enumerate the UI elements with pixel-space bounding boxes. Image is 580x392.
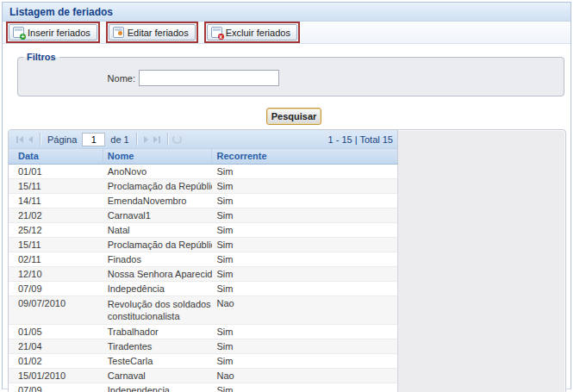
cell-recorrente: Sim [212, 179, 397, 193]
pager-separator [167, 133, 168, 146]
table-row[interactable]: 21/04 Tiradentes Sim [9, 339, 397, 354]
table-row[interactable]: 25/12 Natal Sim [9, 223, 397, 238]
table-row[interactable]: 15/11 Proclamação da República Sim [9, 179, 397, 194]
table-row[interactable]: 14/11 EmendaNovembro Sim [9, 194, 397, 208]
cell-data: 01/02 [9, 354, 103, 368]
next-page-icon [144, 136, 148, 143]
table-row[interactable]: 01/02 TesteCarla Sim [9, 354, 397, 369]
first-page-button[interactable] [14, 134, 26, 145]
cell-recorrente: Sim [212, 325, 397, 339]
page-number-input[interactable] [82, 133, 105, 146]
cell-recorrente: Sim [212, 267, 397, 281]
search-row: Pesquisar [3, 108, 571, 126]
table-row[interactable]: 15/11 Proclamação da República Sim [9, 238, 397, 252]
last-page-button[interactable] [151, 134, 163, 145]
table-row[interactable]: 07/09 Indepedência Sim [9, 282, 397, 296]
table-row[interactable]: 12/10 Nossa Senhora Aparecida Sim [9, 267, 397, 282]
cell-data: 01/05 [9, 325, 103, 339]
last-page-icon [153, 136, 158, 143]
search-button[interactable]: Pesquisar [266, 108, 321, 125]
cell-data: 15/01/2010 [9, 369, 103, 383]
cell-nome: Tiradentes [103, 339, 213, 353]
delete-holidays-label: Excluir feriados [226, 28, 290, 38]
column-header-recorrente[interactable]: Recorrente [212, 149, 397, 164]
cell-recorrente: Nao [212, 296, 397, 324]
edit-holidays-label: Editar feriados [128, 28, 189, 38]
table-row[interactable]: 07/09 Independencia Sim [9, 383, 397, 392]
cell-recorrente: Sim [212, 238, 397, 252]
cell-data: 02/11 [9, 252, 103, 266]
cell-nome: Independencia [103, 383, 213, 392]
cell-data: 25/12 [9, 223, 103, 237]
cell-data: 12/10 [9, 267, 103, 281]
record-range-info: 1 - 15 | Total 15 [328, 134, 393, 145]
page-title: Listagem de feriados [3, 3, 571, 22]
page-label: Página [47, 134, 77, 145]
pager-separator [40, 133, 41, 146]
cell-nome: Trabalhador [103, 325, 213, 339]
annotation-box-insert: + Inserir feriados [6, 22, 100, 43]
cell-nome: Proclamação da República [103, 179, 213, 193]
cell-nome: Nossa Senhora Aparecida [103, 267, 213, 281]
cell-recorrente: Sim [212, 208, 397, 222]
holidays-grid: Página de 1 1 - 15 | Total 15 Data Nome … [8, 129, 566, 392]
delete-form-icon: x [211, 27, 222, 38]
insert-holidays-button[interactable]: + Inserir feriados [9, 24, 97, 40]
page-count-label: de 1 [110, 134, 128, 145]
name-input[interactable] [139, 70, 279, 86]
cell-nome: Indepedência [103, 282, 213, 296]
table-row[interactable]: 15/01/2010 Carnaval Nao [9, 369, 397, 383]
cell-recorrente: Sim [212, 252, 397, 266]
insert-form-icon: + [13, 27, 24, 38]
cell-data: 15/11 [9, 238, 103, 252]
insert-holidays-label: Inserir feriados [28, 28, 90, 38]
cell-data: 14/11 [9, 194, 103, 208]
cell-nome: Revolução dos soldados constitucionalist… [103, 296, 213, 324]
table-row[interactable]: 02/11 Finados Sim [9, 252, 397, 267]
cell-recorrente: Sim [212, 282, 397, 296]
table-row[interactable]: 21/02 Carnaval1 Sim [9, 208, 397, 223]
toolbar: + Inserir feriados Editar feriados x Exc… [3, 22, 571, 44]
cell-data: 09/07/2010 [9, 296, 103, 324]
table-row[interactable]: 09/07/2010 Revolução dos soldados consti… [9, 296, 397, 325]
grid-header-row: Data Nome Recorrente [9, 149, 398, 165]
cell-nome: Carnaval1 [103, 208, 213, 222]
cell-nome: Proclamação da República [103, 238, 213, 252]
cell-recorrente: Sim [212, 383, 397, 392]
pager-separator [136, 133, 137, 146]
table-row[interactable]: 01/01 AnoNovo Sim [9, 165, 397, 179]
column-header-nome[interactable]: Nome [103, 149, 213, 164]
filters-legend: Filtros [23, 52, 59, 62]
cell-data: 15/11 [9, 179, 103, 193]
prev-page-button[interactable] [26, 134, 35, 145]
holidays-panel: Listagem de feriados + Inserir feriados … [2, 2, 571, 389]
next-page-button[interactable] [141, 134, 151, 145]
filters-fieldset: Filtros Nome: [17, 52, 564, 96]
edit-holidays-button[interactable]: Editar feriados [109, 24, 196, 40]
cell-nome: Natal [103, 223, 213, 237]
prev-page-icon [28, 136, 33, 143]
delete-holidays-button[interactable]: x Excluir feriados [207, 24, 297, 40]
grid-body: 01/01 AnoNovo Sim 15/11 Proclamação da R… [9, 165, 398, 392]
cell-data: 21/04 [9, 339, 103, 353]
cell-data: 01/01 [9, 165, 103, 178]
first-page-icon [19, 136, 23, 143]
cell-nome: Finados [103, 252, 213, 266]
cell-nome: AnoNovo [103, 165, 213, 178]
edit-form-icon [113, 27, 124, 38]
grid-pager: Página de 1 1 - 15 | Total 15 [9, 130, 398, 149]
name-filter-row: Nome: [18, 70, 564, 86]
annotation-box-edit: Editar feriados [106, 22, 198, 43]
cell-recorrente: Sim [212, 223, 397, 237]
cell-recorrente: Sim [212, 339, 397, 353]
cell-nome: EmendaNovembro [103, 194, 213, 208]
refresh-icon[interactable] [172, 134, 182, 144]
cell-nome: Carnaval [103, 369, 213, 383]
cell-data: 07/09 [9, 282, 103, 296]
column-header-data[interactable]: Data [9, 149, 103, 164]
cell-data: 21/02 [9, 208, 103, 222]
cell-recorrente: Nao [212, 369, 397, 383]
cell-recorrente: Sim [212, 194, 397, 208]
table-row[interactable]: 01/05 Trabalhador Sim [9, 325, 397, 339]
cell-recorrente: Sim [212, 165, 397, 178]
